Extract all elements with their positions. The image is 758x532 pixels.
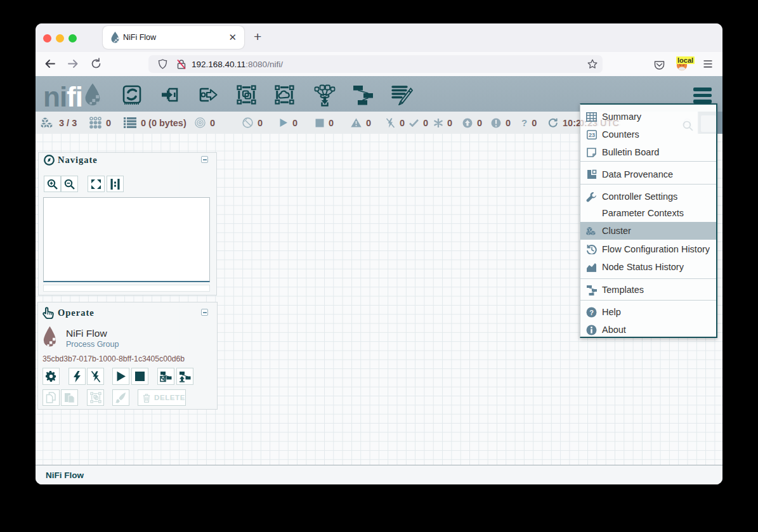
svg-text:?: ? [589, 308, 594, 316]
svg-text:23: 23 [588, 132, 594, 138]
